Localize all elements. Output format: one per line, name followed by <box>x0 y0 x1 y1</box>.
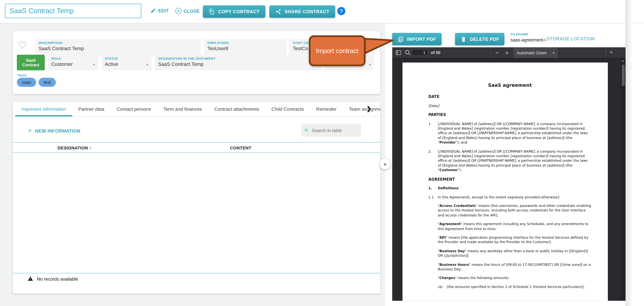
column-designation[interactable]: DESIGNATION ↑ <box>58 145 92 150</box>
tab-partner-data[interactable]: Partner data <box>72 102 110 116</box>
pdf-date-value: [Date] <box>428 104 592 108</box>
share-contract-button[interactable]: SHARE CONTRACT <box>270 5 335 18</box>
toolbar-divider <box>606 49 606 57</box>
toolbar-more-button[interactable]: » <box>610 49 612 55</box>
help-icon: ? <box>340 8 343 14</box>
help-button[interactable]: ? <box>337 7 346 15</box>
pdf-page-content: SaaS agreement DATE [Date] PARTIES 1. [[… <box>402 63 608 289</box>
pdf-toolbar: of 50 − + Automatic Zoom ▾ » <box>392 47 626 58</box>
table-bottom-border <box>13 273 380 274</box>
tab-scroll-right-icon[interactable]: ❯ <box>366 105 371 112</box>
empty-state: No records available <box>28 276 78 281</box>
import-pdf-button[interactable]: IMPORT PDF <box>392 33 442 45</box>
pdf-scrollbar[interactable]: ▲ <box>621 58 626 301</box>
tag-chip[interactable]: test <box>39 78 56 87</box>
scroll-up-icon[interactable]: ▲ <box>622 59 624 62</box>
share-contract-label: SHARE CONTRACT <box>285 9 330 14</box>
page-number-input[interactable] <box>412 49 428 56</box>
app-scrollbar[interactable] <box>626 0 632 306</box>
pdf-clause-1-1: 1.1 In this Agreement[, except to the ex… <box>428 195 592 200</box>
import-contract-tooltip: Import contract <box>309 35 366 66</box>
app-window: EDIT × CLOSE COPY CONTRACT SHARE CONTRAC… <box>0 0 644 306</box>
table-search <box>301 124 361 137</box>
pdf-def-agreement: "Agreement" means this agreement includi… <box>438 222 591 231</box>
pdf-search-icon[interactable] <box>404 49 411 56</box>
employees-label: EMPLOYEES <box>208 41 283 45</box>
close-circle-icon: × <box>175 8 182 14</box>
storage-location-link[interactable]: STORAGE LOCATION <box>547 36 595 41</box>
tooltip-tail <box>363 36 394 55</box>
designation-label: DESIGNATION IN THE DOCUMENT <box>158 57 318 60</box>
pdf-def-charges: "Charges" means the following amounts: <box>438 276 591 280</box>
toolbar-divider <box>491 49 491 57</box>
tab-contact-persons[interactable]: Contact persons <box>110 102 157 116</box>
new-information-label: NEW INFORMATION <box>35 128 80 133</box>
import-pdf-label: IMPORT PDF <box>407 37 436 42</box>
tab-team-assignment[interactable]: Team assignment <box>343 102 380 116</box>
new-information-button[interactable]: + NEW INFORMATION <box>28 127 80 135</box>
warning-icon <box>28 276 33 281</box>
tab-reminder[interactable]: Reminder <box>310 102 343 116</box>
zoom-select-value: Automatic Zoom <box>517 50 546 55</box>
pencil-icon <box>150 8 156 14</box>
contract-title-input[interactable] <box>5 4 142 18</box>
tab-child-contracts[interactable]: Child Contracts <box>265 102 310 116</box>
contract-type-badge: SaaS Contract <box>17 55 45 70</box>
scrollbar-thumb[interactable] <box>622 65 625 86</box>
pdf-def-business-day: "Business Day" means any weekday other t… <box>438 249 591 258</box>
edit-button[interactable]: EDIT <box>150 8 169 14</box>
expand-panel-button[interactable]: » <box>380 158 391 170</box>
caret-down-icon: ▾ <box>369 63 371 67</box>
caret-down-icon: ▾ <box>553 51 554 55</box>
status-select[interactable]: STATUS Active ▾ <box>102 55 152 70</box>
delete-pdf-button[interactable]: DELETE PDF <box>455 33 504 45</box>
tags-label: TAGS <box>17 74 27 77</box>
edit-label: EDIT <box>158 8 169 13</box>
filename-block: FILENAME saas-agreement-te <box>510 33 546 42</box>
pdf-page: SaaS agreement DATE [Date] PARTIES 1. [[… <box>402 63 608 301</box>
zoom-in-button[interactable]: + <box>505 49 508 57</box>
copy-contract-label: COPY CONTRACT <box>218 9 260 14</box>
sort-asc-icon: ↑ <box>89 145 92 150</box>
close-button[interactable]: × CLOSE <box>175 8 200 14</box>
close-label: CLOSE <box>184 9 200 14</box>
employees-field[interactable]: EMPLOYEES TesUser8 <box>204 39 286 56</box>
search-icon <box>304 127 308 133</box>
role-label: ROLE <box>51 57 95 60</box>
plus-icon: + <box>28 127 32 135</box>
pdf-party-1: 1. [[INDIVIDUAL NAME] of [address]] OR [… <box>428 122 592 145</box>
filename-label: FILENAME <box>510 33 546 36</box>
role-value: Customer <box>51 61 95 67</box>
pdf-def-api: "API" means [the application programming… <box>438 235 591 245</box>
tab-term-and-finances[interactable]: Term and finances <box>157 102 208 116</box>
delete-pdf-label: DELETE PDF <box>470 37 499 42</box>
tab-important-information[interactable]: Important information <box>15 102 72 116</box>
pdf-charges-item-a: (a) [the amounts specified in Section 2 … <box>438 285 591 289</box>
search-input[interactable] <box>311 127 358 133</box>
page-count-label: of 50 <box>431 50 440 55</box>
favorite-heart-icon[interactable]: ♡ <box>18 40 27 50</box>
role-select[interactable]: ROLE Customer ▾ <box>48 55 98 70</box>
pdf-date-heading: DATE <box>428 94 592 99</box>
sidebar-toggle-icon[interactable] <box>395 49 402 56</box>
zoom-select[interactable]: Automatic Zoom ▾ <box>514 47 558 58</box>
filename-value: saas-agreement-te <box>510 37 546 42</box>
pdf-def-access-credentials: "Access Credentials" means [the username… <box>438 204 591 218</box>
zoom-out-button[interactable]: − <box>495 49 499 57</box>
tab-contract-attachments[interactable]: Contract attachments <box>208 102 265 116</box>
description-label: DESCRIPTION <box>39 41 198 45</box>
contract-detail-card: Important information Partner data Conta… <box>13 102 380 294</box>
copy-icon <box>209 9 215 15</box>
trash-icon <box>460 36 466 42</box>
designation-field[interactable]: DESIGNATION IN THE DOCUMENT SaaS Contrac… <box>155 55 322 70</box>
column-content[interactable]: CONTENT <box>230 145 251 150</box>
status-label: STATUS <box>105 57 148 60</box>
tooltip-text: Import contract <box>316 46 358 55</box>
share-icon <box>275 9 281 15</box>
status-value: Active <box>105 61 148 67</box>
pdf-doc-title: SaaS agreement <box>428 83 592 88</box>
divider <box>632 23 644 23</box>
tag-chip[interactable]: saas <box>17 78 36 87</box>
copy-contract-button[interactable]: COPY CONTRACT <box>203 5 265 18</box>
description-field[interactable]: DESCRIPTION SaaS Contract Temp <box>35 39 201 56</box>
